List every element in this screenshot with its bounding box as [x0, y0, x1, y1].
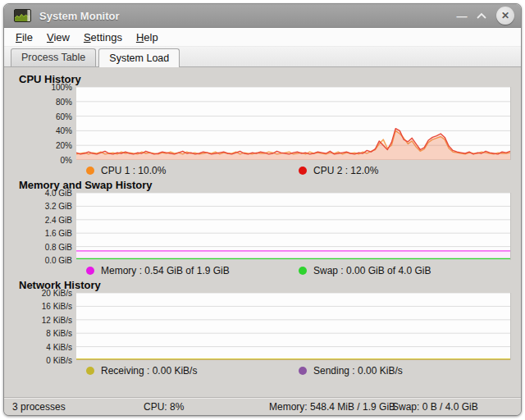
legend-label: Swap : 0.00 GiB of 4.0 GiB: [313, 265, 431, 276]
y-tick-label: 4.0 GiB: [45, 189, 72, 198]
legend-label: Receiving : 0.00 KiB/s: [101, 365, 197, 377]
legend-item-cpu-1: CPU 1 : 10.0%: [86, 165, 299, 176]
y-tick-label: 20%: [56, 141, 72, 150]
status-process-count: 3 processes: [12, 401, 66, 413]
legend-dot-icon: [299, 267, 307, 275]
cpu-history-title: CPU History: [19, 73, 511, 85]
memory-legend: Memory : 0.54 GiB of 1.9 GiBSwap : 0.00 …: [86, 263, 511, 277]
menu-settings[interactable]: Settings: [84, 31, 122, 43]
cpu-history-section: CPU History 100%80%60%40%20%0% CPU 1 : 1…: [14, 73, 511, 177]
legend-dot-icon: [299, 167, 307, 175]
y-tick-label: 20 KiB/s: [42, 289, 72, 298]
window-title: System Monitor: [39, 10, 452, 22]
network-legend: Receiving : 0.00 KiB/sSending : 0.00 KiB…: [86, 363, 511, 377]
menu-file[interactable]: File: [16, 31, 33, 43]
status-swap: Swap: 0 B / 4.0 GiB: [392, 401, 478, 413]
tab-system-load[interactable]: System Load: [98, 48, 180, 67]
app-icon: [14, 9, 31, 22]
legend-label: CPU 1 : 10.0%: [101, 165, 166, 176]
y-tick-label: 4 KiB/s: [46, 342, 72, 351]
y-tick-label: 80%: [56, 97, 72, 106]
minimize-button[interactable]: —: [452, 7, 472, 25]
status-cpu: CPU: 8%: [144, 401, 184, 413]
menu-view[interactable]: View: [47, 31, 70, 43]
y-tick-label: 12 KiB/s: [42, 315, 72, 324]
legend-dot-icon: [86, 367, 94, 375]
cpu-y-axis: 100%80%60%40%20%0%: [14, 87, 76, 160]
y-tick-label: 8 KiB/s: [46, 329, 72, 338]
network-history-chart: [76, 293, 511, 360]
y-tick-label: 0%: [61, 156, 72, 165]
network-history-title: Network History: [19, 279, 511, 291]
tab-bar: Process TableSystem Load: [4, 47, 521, 67]
y-tick-label: 60%: [56, 112, 72, 121]
legend-dot-icon: [86, 167, 94, 175]
memory-swap-chart: [76, 193, 511, 260]
legend-item-memory: Memory : 0.54 GiB of 1.9 GiB: [86, 265, 299, 276]
status-memory: Memory: 548.4 MiB / 1.9 GiB: [269, 401, 395, 413]
network-history-section: Network History 20 KiB/s16 KiB/s12 KiB/s…: [14, 279, 511, 377]
close-button[interactable]: ✕: [496, 7, 514, 25]
y-tick-label: 1.6 GiB: [45, 229, 72, 238]
y-tick-label: 0 KiB/s: [46, 356, 72, 365]
y-tick-label: 40%: [56, 126, 72, 135]
legend-item-cpu-2: CPU 2 : 12.0%: [299, 165, 511, 176]
legend-item-swap: Swap : 0.00 GiB of 4.0 GiB: [299, 265, 511, 276]
cpu-legend: CPU 1 : 10.0%CPU 2 : 12.0%: [86, 163, 511, 177]
status-bar: 3 processes CPU: 8% Memory: 548.4 MiB / …: [4, 397, 521, 415]
memory-swap-section: Memory and Swap History 4.0 GiB3.2 GiB2.…: [14, 179, 511, 277]
legend-item-sending: Sending : 0.00 KiB/s: [299, 365, 511, 377]
titlebar: System Monitor — ✕: [4, 4, 521, 28]
cpu-history-chart: [76, 87, 511, 160]
system-monitor-window: System Monitor — ✕ FileViewSettingsHelp …: [3, 3, 522, 416]
memory-y-axis: 4.0 GiB3.2 GiB2.4 GiB1.6 GiB0.8 GiB0.0 G…: [14, 193, 76, 260]
y-tick-label: 100%: [51, 83, 72, 92]
menu-help[interactable]: Help: [136, 31, 158, 43]
system-load-panel: CPU History 100%80%60%40%20%0% CPU 1 : 1…: [4, 67, 521, 397]
legend-item-receiving: Receiving : 0.00 KiB/s: [86, 365, 299, 377]
legend-dot-icon: [86, 267, 94, 275]
legend-label: Sending : 0.00 KiB/s: [313, 365, 403, 377]
legend-label: CPU 2 : 12.0%: [313, 165, 378, 176]
network-y-axis: 20 KiB/s16 KiB/s12 KiB/s8 KiB/s4 KiB/s0 …: [14, 293, 76, 360]
maximize-button[interactable]: [472, 7, 491, 25]
y-tick-label: 0.8 GiB: [45, 242, 72, 251]
chevron-up-icon: [477, 12, 486, 19]
y-tick-label: 0.0 GiB: [45, 256, 72, 265]
legend-label: Memory : 0.54 GiB of 1.9 GiB: [101, 265, 230, 276]
y-tick-label: 16 KiB/s: [42, 302, 72, 311]
legend-dot-icon: [299, 367, 307, 375]
menubar: FileViewSettingsHelp: [4, 28, 521, 47]
memory-swap-title: Memory and Swap History: [19, 179, 511, 191]
y-tick-label: 3.2 GiB: [45, 202, 72, 211]
y-tick-label: 2.4 GiB: [45, 215, 72, 224]
tab-process-table[interactable]: Process Table: [11, 48, 96, 66]
